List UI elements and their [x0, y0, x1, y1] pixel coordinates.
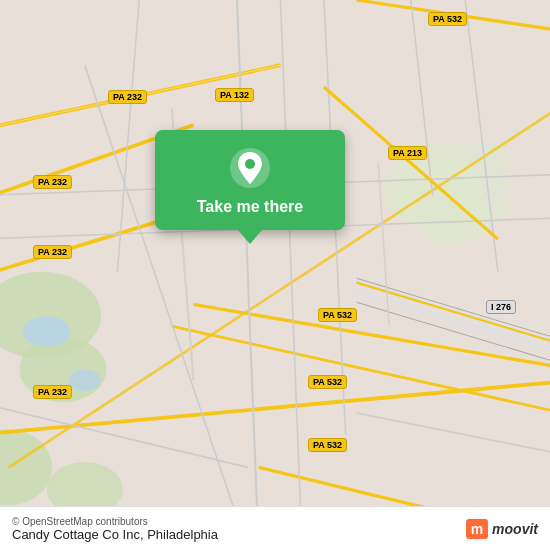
svg-point-9 [68, 370, 101, 392]
road-label-pa232-mid1: PA 232 [33, 175, 72, 189]
road-label-pa532-top: PA 532 [428, 12, 467, 26]
svg-point-40 [245, 159, 255, 169]
road-label-pa232-mid2: PA 232 [33, 245, 72, 259]
road-label-pa213: PA 213 [388, 146, 427, 160]
moovit-wordmark: moovit [492, 521, 538, 537]
road-label-pa232-top: PA 232 [108, 90, 147, 104]
road-label-pa532-bot: PA 532 [308, 375, 347, 389]
map-container: PA 532 PA 232 PA 132 PA 213 PA 232 PA 23… [0, 0, 550, 550]
road-label-pa532-mid: PA 532 [318, 308, 357, 322]
road-label-pa532-botright: PA 532 [308, 438, 347, 452]
bottom-info: © OpenStreetMap contributors Candy Cotta… [12, 516, 218, 542]
location-name: Candy Cottage Co Inc, Philadelphia [12, 527, 218, 542]
map-svg [0, 0, 550, 550]
bottom-bar: © OpenStreetMap contributors Candy Cotta… [0, 506, 550, 550]
road-label-i276: I 276 [486, 300, 516, 314]
road-label-pa232-bot: PA 232 [33, 385, 72, 399]
take-me-there-button[interactable]: Take me there [197, 198, 303, 216]
svg-point-8 [23, 316, 71, 346]
road-label-pa132: PA 132 [215, 88, 254, 102]
location-pin-icon [228, 146, 272, 190]
map-attribution: © OpenStreetMap contributors [12, 516, 218, 527]
popup-card[interactable]: Take me there [155, 130, 345, 230]
moovit-m-icon: m [466, 519, 488, 539]
moovit-logo: m moovit [466, 519, 538, 539]
